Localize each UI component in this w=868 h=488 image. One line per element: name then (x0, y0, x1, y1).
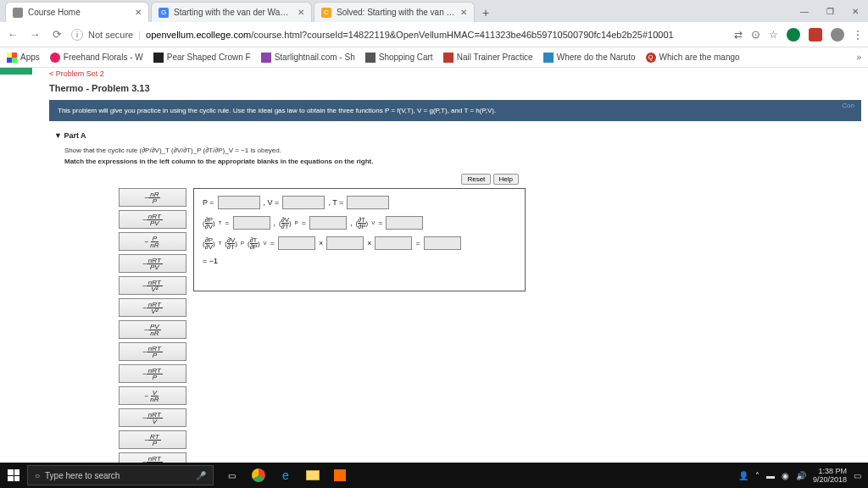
window-restore-button[interactable]: ❐ (817, 0, 843, 22)
store-icon[interactable] (327, 463, 353, 488)
bookmark-item[interactable]: Where do the Naruto (543, 53, 636, 63)
tab-favicon (13, 8, 23, 18)
bookmark-icon (153, 53, 164, 63)
bookmark-item[interactable]: Shopping Cart (365, 53, 433, 63)
reset-button[interactable]: Reset (461, 174, 491, 185)
bookmark-item[interactable]: Pear Shaped Crown F (153, 53, 251, 63)
bookmark-icon (443, 53, 453, 63)
drag-tile[interactable]: − nRTV (119, 408, 186, 427)
volume-icon[interactable]: 🔊 (796, 471, 806, 480)
bookmarks-bar: Apps Freehand Florals - W Pear Shaped Cr… (0, 47, 868, 68)
page-content: < Problem Set 2 Thermo - Problem 3.13 Th… (0, 68, 868, 463)
window-minimize-button[interactable]: — (792, 0, 817, 22)
menu-icon[interactable]: ⋮ (853, 29, 863, 41)
battery-icon[interactable]: ▬ (766, 471, 775, 480)
bookmark-item[interactable]: Freehand Florals - W (50, 53, 143, 63)
drag-tile[interactable]: − nRTP (119, 364, 186, 383)
people-icon[interactable]: 👤 (738, 471, 748, 480)
drag-tile[interactable]: − nRTV² (119, 276, 186, 295)
browser-tabbar: Course Home ✕ G Starting with the van de… (0, 0, 868, 22)
drop-slot[interactable] (309, 216, 347, 230)
eq-row-2: ∂P∂VT = , ∂V∂TP = , ∂T∂PV = (203, 216, 516, 230)
drag-tile[interactable]: − RTP (119, 430, 186, 449)
eq-row-3: ∂P∂VT ∂V∂TP ∂T∂PV = ×× = (203, 236, 516, 250)
star-icon[interactable]: ☆ (769, 29, 778, 41)
tab-favicon: C (321, 8, 331, 18)
work-area: Reset Help − nRP− nRTPV− PnR− nRTPV− nRT… (119, 170, 526, 463)
drop-slot[interactable] (218, 196, 260, 209)
new-tab-button[interactable]: + (476, 3, 495, 22)
mic-icon[interactable]: 🎤 (196, 471, 206, 480)
taskbar-apps: ▭ e (219, 463, 353, 488)
task-view-button[interactable]: ▭ (219, 463, 244, 488)
translate-icon[interactable]: ⇄ (734, 29, 743, 41)
apps-icon (7, 53, 17, 63)
adblock-icon[interactable] (809, 28, 822, 42)
info-icon[interactable]: i (71, 29, 83, 41)
tab-label: Solved: Starting with the van der (337, 8, 455, 17)
drag-tile[interactable]: − PnR (119, 232, 186, 251)
drag-tile[interactable]: − nRTV (119, 452, 186, 463)
drag-tile[interactable]: − nRP (119, 188, 186, 207)
zoom-icon[interactable]: ⊙ (751, 28, 760, 41)
bookmarks-overflow-icon[interactable]: » (856, 53, 861, 62)
wifi-icon[interactable]: ◉ (782, 471, 789, 480)
drop-slot[interactable] (424, 236, 461, 250)
bookmark-item[interactable]: QWhich are the mango (646, 53, 740, 63)
drop-slot[interactable] (233, 216, 270, 230)
tab-course-home[interactable]: Course Home ✕ (5, 2, 149, 22)
constants-link[interactable]: Con (842, 102, 854, 109)
reload-button[interactable]: ⟳ (49, 28, 64, 41)
forward-button[interactable]: → (27, 28, 42, 41)
equation-box: P = , V = , T = ∂P∂VT = , ∂V∂TP = , ∂T∂P… (193, 188, 526, 291)
drag-tile[interactable]: − VnR (119, 386, 186, 405)
drag-tile[interactable]: − nRTPV (119, 210, 186, 229)
tab-close-icon[interactable]: ✕ (298, 8, 304, 17)
tab-label: Course Home (28, 8, 130, 17)
profile-icon[interactable] (831, 28, 844, 42)
drop-slot[interactable] (375, 236, 412, 250)
problem-intro-text: This problem will give you practice in u… (58, 107, 496, 114)
tray-chevron-icon[interactable]: ˄ (755, 471, 760, 480)
start-button[interactable] (0, 463, 27, 488)
page-title: Thermo - Problem 3.13 (0, 78, 868, 100)
drag-tile[interactable]: − nRTP (119, 342, 186, 361)
problem-intro: This problem will give you practice in u… (49, 100, 861, 121)
drop-slot[interactable] (386, 216, 423, 230)
tab-google[interactable]: G Starting with the van der Waals e ✕ (151, 2, 312, 22)
help-button[interactable]: Help (493, 174, 519, 185)
drag-tile[interactable]: − nRTPV (119, 254, 186, 273)
window-close-button[interactable]: ✕ (843, 0, 868, 22)
edge-icon[interactable]: e (273, 463, 298, 488)
part-a-header[interactable]: Part A (54, 131, 868, 140)
chrome-icon[interactable] (246, 463, 271, 488)
tab-close-icon[interactable]: ✕ (135, 8, 142, 17)
tab-chegg[interactable]: C Solved: Starting with the van der ✕ (314, 2, 475, 22)
tab-close-icon[interactable]: ✕ (460, 8, 467, 17)
drop-slot[interactable] (347, 196, 389, 209)
taskbar-search[interactable]: ○ Type here to search 🎤 (27, 465, 214, 485)
back-button[interactable]: ← (5, 28, 20, 41)
search-placeholder: Type here to search (45, 471, 120, 480)
url-box[interactable]: i Not secure | openvellum.ecollege.com/c… (71, 29, 727, 41)
drag-tile[interactable]: − PVnR (119, 320, 186, 339)
not-secure-label: Not secure (88, 30, 133, 40)
breadcrumb[interactable]: < Problem Set 2 (0, 68, 868, 78)
taskbar-clock[interactable]: 1:38 PM9/20/2018 (813, 467, 847, 484)
drop-slot[interactable] (278, 236, 315, 250)
drop-slot[interactable] (282, 196, 325, 209)
apps-button[interactable]: Apps (7, 53, 40, 63)
drop-slot[interactable] (326, 236, 364, 250)
quora-icon: Q (646, 53, 656, 63)
system-tray: 👤 ˄ ▬ ◉ 🔊 1:38 PM9/20/2018 ▭ (738, 467, 868, 484)
toolbar-right: ⇄ ⊙ ☆ ⋮ (734, 28, 863, 42)
bookmark-item[interactable]: Nail Trainer Practice (443, 53, 533, 63)
notifications-icon[interactable]: ▭ (854, 471, 861, 480)
explorer-icon[interactable] (300, 463, 326, 488)
bookmark-icon (50, 53, 60, 63)
tile-column: − nRP− nRTPV− PnR− nRTPV− nRTV²− nRTV²− … (119, 188, 186, 463)
drag-tile[interactable]: − nRTV² (119, 298, 186, 317)
bookmark-item[interactable]: Starlightnail.com - Sh (261, 53, 355, 63)
bookmark-icon (261, 53, 271, 63)
grammarly-icon[interactable] (787, 28, 800, 42)
